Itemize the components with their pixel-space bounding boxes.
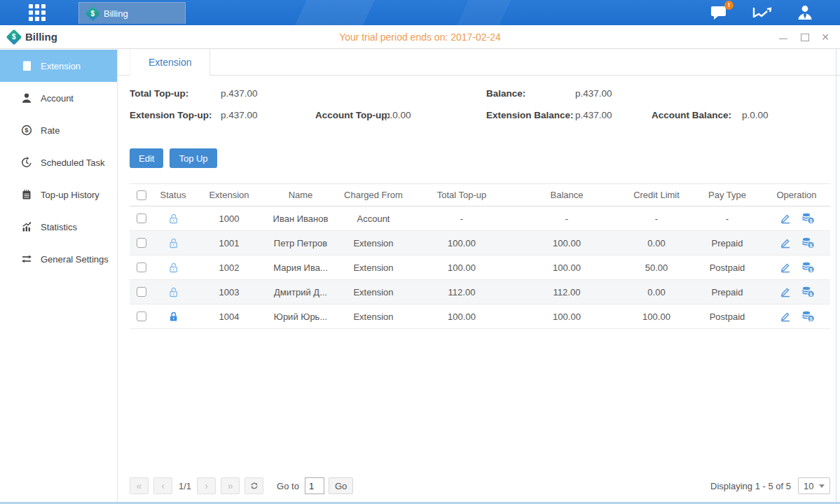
col-name: Name — [266, 190, 336, 200]
row-checkbox[interactable] — [137, 238, 146, 248]
cell-total-topup: 112.00 — [411, 287, 512, 298]
sidebar-item-scheduled-task[interactable]: Scheduled Task — [0, 146, 117, 178]
cell-extension: 1001 — [193, 238, 266, 248]
cell-credit-limit: 0.00 — [621, 238, 691, 248]
sliders-icon — [21, 253, 32, 265]
sidebar-item-label: Statistics — [41, 222, 77, 232]
cell-charged-from: Extension — [336, 238, 411, 248]
cell-name: Иван Иванов — [266, 214, 336, 224]
topbar-tab-billing[interactable]: $ Billing — [78, 2, 186, 24]
account-balance-value: p.0.00 — [742, 110, 769, 120]
top-up-row-icon[interactable]: $ — [801, 262, 815, 273]
lock-locked-icon[interactable] — [167, 311, 179, 323]
cell-name: Мария Ива... — [266, 262, 336, 273]
row-checkbox[interactable] — [137, 214, 146, 223]
sidebar-item-topup-history[interactable]: Top-up History — [0, 178, 117, 211]
ledger-icon — [21, 60, 32, 71]
table-body: 1000 Иван Иванов Account - - - - $ — [130, 206, 830, 329]
col-operation: Operation — [763, 190, 830, 200]
col-pay-type: Pay Type — [691, 190, 763, 200]
select-all-checkbox[interactable] — [137, 190, 146, 200]
cell-credit-limit: 0.00 — [621, 287, 691, 298]
user-icon[interactable] — [797, 4, 813, 21]
col-extension: Extension — [193, 190, 266, 200]
page-size-select[interactable]: 10 — [798, 477, 830, 494]
chart-icon[interactable] — [752, 5, 773, 20]
refresh-button[interactable] — [245, 477, 263, 494]
top-up-button[interactable]: Top Up — [170, 148, 216, 168]
trial-notice: Your trial period ends on: 2017-02-24 — [0, 31, 840, 43]
col-charged-from: Charged From — [336, 190, 411, 200]
chat-icon[interactable]: ! — [710, 5, 728, 21]
edit-row-icon[interactable] — [779, 237, 792, 248]
table-row[interactable]: 1000 Иван Иванов Account - - - - $ — [130, 206, 830, 231]
row-checkbox[interactable] — [137, 287, 146, 297]
sidebar-item-general-settings[interactable]: General Settings — [0, 243, 117, 275]
prev-page-button[interactable]: ‹ — [153, 477, 172, 494]
cell-credit-limit: 100.00 — [621, 312, 691, 322]
edit-row-icon[interactable] — [779, 286, 792, 298]
table-row[interactable]: 1004 Юрий Юрь... Extension 100.00 100.00… — [130, 304, 830, 329]
col-total-topup: Total Top-up — [411, 190, 512, 200]
account-topup-value: p.0.00 — [385, 110, 411, 120]
window-header: $ Billing Your trial period ends on: 201… — [0, 25, 840, 49]
lock-unlocked-icon[interactable] — [167, 213, 179, 225]
main-content: Extension Total Top-up: p.437.00 Balance… — [118, 49, 840, 502]
sidebar-item-extension[interactable]: Extension — [0, 50, 117, 82]
tab-strip: Extension — [118, 49, 840, 76]
tab-extension[interactable]: Extension — [130, 49, 210, 76]
next-page-button[interactable]: › — [197, 477, 216, 494]
last-page-button[interactable]: » — [221, 477, 240, 494]
cell-pay-type: - — [691, 214, 763, 224]
table-row[interactable]: 1003 Дмитрий Д... Extension 112.00 112.0… — [130, 280, 830, 304]
edit-row-icon[interactable] — [779, 213, 792, 224]
top-up-row-icon[interactable]: $ — [801, 311, 815, 322]
table-row[interactable]: 1001 Петр Петров Extension 100.00 100.00… — [130, 231, 830, 255]
minimize-button[interactable] — [778, 33, 788, 41]
total-topup-value: p.437.00 — [221, 88, 258, 99]
sidebar-item-statistics[interactable]: Statistics — [0, 211, 117, 243]
cell-balance: 100.00 — [512, 262, 621, 273]
sidebar-item-account[interactable]: Account — [0, 82, 117, 114]
maximize-button[interactable] — [799, 33, 809, 41]
total-topup-label: Total Top-up: — [130, 88, 188, 99]
edit-row-icon[interactable] — [779, 311, 792, 322]
cell-balance: - — [512, 214, 621, 224]
account-balance-label: Account Balance: — [652, 110, 731, 120]
cell-charged-from: Extension — [336, 262, 411, 273]
lock-unlocked-icon[interactable] — [167, 237, 179, 249]
app-grid-icon[interactable] — [28, 4, 46, 22]
first-page-button[interactable]: « — [130, 477, 149, 494]
goto-page-input[interactable] — [305, 477, 324, 494]
top-up-row-icon[interactable]: $ — [801, 237, 815, 248]
cell-balance: 112.00 — [512, 287, 621, 298]
edit-row-icon[interactable] — [779, 262, 792, 273]
edit-button[interactable]: Edit — [130, 148, 163, 168]
close-button[interactable]: ✕ — [820, 33, 830, 41]
row-checkbox[interactable] — [137, 262, 146, 272]
cell-charged-from: Extension — [336, 312, 411, 322]
clock-history-icon — [21, 157, 32, 168]
row-checkbox[interactable] — [137, 312, 146, 321]
cell-balance: 100.00 — [512, 238, 621, 248]
balance-label: Balance: — [486, 88, 525, 99]
bar-chart-icon — [21, 221, 32, 232]
cell-charged-from: Extension — [336, 287, 411, 298]
refresh-icon — [249, 481, 259, 491]
lock-unlocked-icon[interactable] — [167, 286, 179, 298]
table-row[interactable]: 1002 Мария Ива... Extension 100.00 100.0… — [130, 255, 830, 280]
top-up-row-icon[interactable]: $ — [801, 213, 815, 224]
app-title: $ Billing — [8, 31, 57, 43]
notification-badge: ! — [724, 1, 734, 10]
sidebar-item-label: Rate — [41, 125, 60, 136]
goto-label: Go to — [277, 481, 299, 491]
sidebar: Extension Account $ Rate Scheduled Task — [0, 49, 118, 502]
cell-charged-from: Account — [336, 214, 411, 224]
lock-unlocked-icon[interactable] — [167, 262, 179, 274]
extension-table: Status Extension Name Charged From Total… — [130, 183, 830, 329]
go-button[interactable]: Go — [329, 477, 353, 494]
topbar: $ Billing ! — [0, 0, 840, 25]
sidebar-item-rate[interactable]: $ Rate — [0, 114, 117, 146]
topbar-tab-label: Billing — [104, 8, 128, 19]
top-up-row-icon[interactable]: $ — [801, 286, 815, 298]
